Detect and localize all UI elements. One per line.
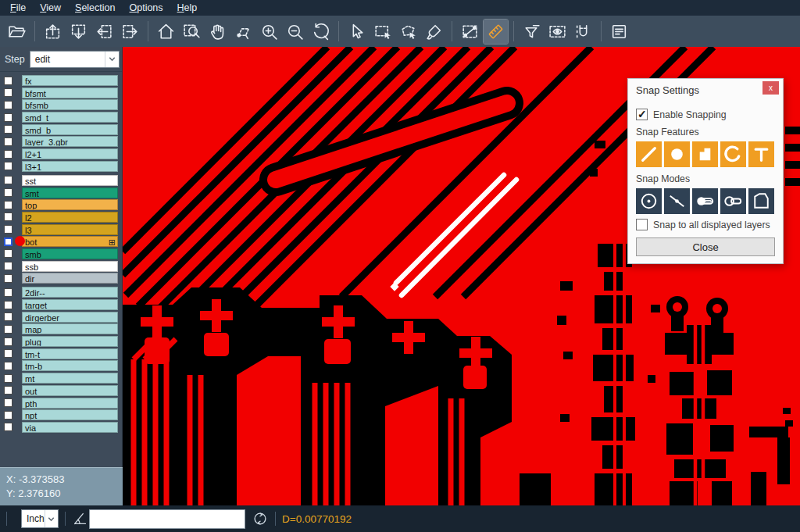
layer-label[interactable]: l2 — [22, 212, 118, 223]
snap-mode-line-point-button[interactable] — [664, 188, 690, 214]
layer-row-fx[interactable]: fx — [4, 75, 118, 86]
shift-left-button[interactable] — [92, 20, 116, 44]
measure-button[interactable] — [458, 20, 482, 44]
zoom-in-button[interactable] — [257, 20, 281, 44]
select-button[interactable] — [345, 20, 369, 44]
layer-row-layer_3.gbr[interactable]: layer_3.gbr — [4, 136, 118, 147]
layer-row-l2+1[interactable]: l2+1 — [4, 148, 118, 159]
layer-checkbox[interactable] — [4, 237, 12, 246]
layer-label[interactable]: l3 — [22, 224, 118, 235]
layer-checkbox[interactable] — [4, 312, 12, 321]
layer-label[interactable]: dirgerber — [22, 312, 118, 323]
shift-down-button[interactable] — [66, 20, 91, 44]
snap-feature-circle-button[interactable] — [664, 141, 690, 167]
snap-mode-contour-button[interactable] — [748, 188, 774, 214]
zoom-window-button[interactable] — [180, 20, 204, 44]
snap-feature-surface-button[interactable] — [692, 141, 718, 167]
snap-mode-pad-button[interactable] — [720, 188, 746, 214]
layer-label[interactable]: l2+1 — [22, 148, 118, 159]
layer-checkbox[interactable] — [4, 162, 12, 170]
layer-checkbox[interactable] — [4, 137, 12, 146]
close-button[interactable]: Close — [636, 237, 775, 256]
snap-mode-center-button[interactable] — [636, 188, 662, 214]
layer-checkbox[interactable] — [4, 188, 12, 197]
menu-file[interactable]: File — [3, 0, 33, 16]
open-button[interactable] — [5, 20, 29, 44]
snap-button[interactable] — [571, 20, 595, 44]
layer-row-bfsmt[interactable]: bfsmt — [4, 87, 118, 98]
select-rect-button[interactable] — [370, 20, 395, 44]
layer-checkbox[interactable] — [4, 249, 12, 258]
dialog-title-bar[interactable]: Snap Settings x — [628, 79, 783, 101]
menu-selection[interactable]: Selection — [68, 0, 122, 16]
snap-feature-text-button[interactable] — [748, 141, 774, 167]
layer-row-smb[interactable]: smb — [4, 248, 118, 259]
layer-row-2dir--[interactable]: 2dir-- — [4, 287, 118, 298]
layer-checkbox[interactable] — [4, 411, 12, 420]
layer-checkbox[interactable] — [4, 212, 12, 221]
layer-row-target[interactable]: target — [4, 299, 118, 310]
layer-checkbox[interactable] — [4, 274, 12, 283]
layer-checkbox[interactable] — [4, 349, 12, 358]
layer-label[interactable]: dir — [22, 273, 118, 284]
layer-checkbox[interactable] — [4, 101, 12, 109]
snap-mode-pad-center-button[interactable] — [692, 188, 718, 214]
layer-label[interactable]: pth — [22, 398, 118, 409]
home-button[interactable] — [154, 20, 178, 44]
layer-row-l2[interactable]: l2 — [4, 212, 118, 223]
zoom-out-button[interactable] — [283, 20, 307, 44]
layer-label[interactable]: l3+1 — [22, 161, 118, 172]
layer-label[interactable]: top — [22, 199, 118, 210]
menu-help[interactable]: Help — [170, 0, 205, 16]
layer-row-via[interactable]: via — [4, 422, 118, 433]
ruler-button[interactable] — [484, 20, 508, 44]
layer-checkbox[interactable] — [4, 386, 12, 395]
layer-label[interactable]: sst — [22, 175, 118, 186]
layer-label[interactable]: smd_t — [22, 112, 118, 123]
chevron-down-icon[interactable] — [45, 510, 58, 527]
layer-checkbox[interactable] — [4, 176, 12, 184]
layer-row-bfsmb[interactable]: bfsmb — [4, 99, 118, 110]
layer-checkbox[interactable] — [4, 362, 12, 370]
layer-row-dir[interactable]: dir — [4, 273, 118, 284]
filter-button[interactable] — [520, 20, 544, 44]
all-layers-checkbox[interactable] — [636, 219, 648, 230]
layer-row-pth[interactable]: pth — [4, 398, 118, 409]
chevron-down-icon[interactable] — [105, 52, 119, 67]
layer-label[interactable]: target — [22, 299, 118, 310]
layer-label[interactable]: smb — [22, 248, 118, 259]
layer-label[interactable]: bfsmb — [22, 99, 118, 110]
snap-feature-line-button[interactable] — [636, 141, 662, 167]
layer-label[interactable]: tm-t — [22, 348, 118, 359]
layer-checkbox[interactable] — [4, 288, 12, 297]
layer-row-bot[interactable]: bot⊞ — [4, 236, 118, 247]
layer-list-button[interactable] — [607, 20, 631, 44]
shift-right-button[interactable] — [118, 20, 142, 44]
layer-row-plug[interactable]: plug — [4, 336, 118, 347]
layer-label[interactable]: plug — [22, 336, 118, 347]
snap-feature-arc-button[interactable] — [720, 141, 746, 167]
layer-label[interactable]: npt — [22, 409, 118, 420]
menu-view[interactable]: View — [33, 0, 68, 16]
layer-label[interactable]: mt — [22, 373, 118, 384]
layer-checkbox[interactable] — [4, 125, 12, 134]
layer-label[interactable]: fx — [22, 75, 118, 86]
layer-row-tm-t[interactable]: tm-t — [4, 348, 118, 359]
layer-label[interactable]: out — [22, 385, 118, 396]
layer-row-tm-b[interactable]: tm-b — [4, 360, 118, 371]
layer-row-smt[interactable]: smt — [4, 187, 118, 198]
layer-checkbox[interactable] — [4, 423, 12, 431]
layer-checkbox[interactable] — [4, 301, 12, 309]
layer-row-mt[interactable]: mt — [4, 373, 118, 384]
layer-checkbox[interactable] — [4, 337, 12, 346]
layer-checkbox[interactable] — [4, 262, 12, 270]
layer-label[interactable]: ssb — [22, 261, 118, 272]
layer-label[interactable]: map — [22, 323, 118, 334]
menu-options[interactable]: Options — [122, 0, 170, 16]
view-options-button[interactable] — [545, 20, 570, 44]
close-icon[interactable]: x — [762, 81, 779, 95]
layer-checkbox[interactable] — [4, 325, 12, 334]
layer-label[interactable]: bot⊞ — [22, 236, 118, 247]
refresh-icon[interactable] — [252, 510, 269, 527]
select-poly-button[interactable] — [396, 20, 420, 44]
